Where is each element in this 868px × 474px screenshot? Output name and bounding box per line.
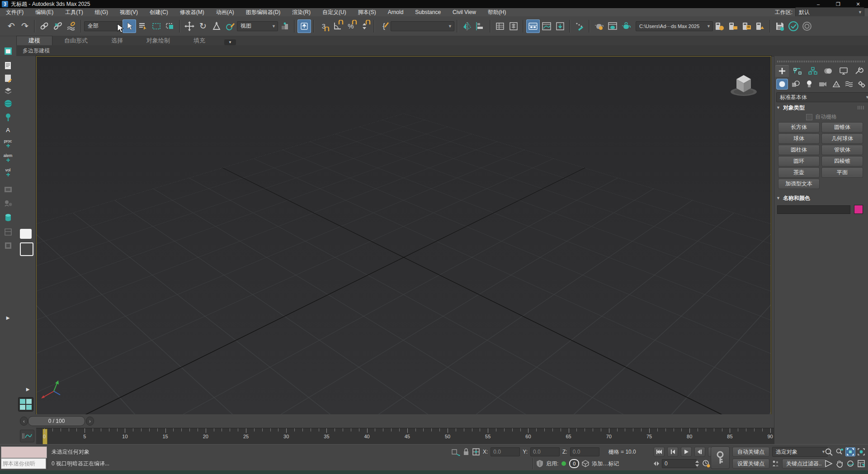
field-of-view-button[interactable]: [824, 459, 834, 468]
maxscript-mini-listener-macro[interactable]: [1, 446, 47, 458]
rectangular-selection-region-button[interactable]: [150, 19, 163, 33]
play-animation-button[interactable]: [681, 447, 692, 457]
menu-civil-view[interactable]: Civil View: [447, 8, 482, 16]
shading-shield-icon[interactable]: [536, 460, 543, 468]
disabled-tool-icon[interactable]: [2, 226, 14, 238]
menu-arnold[interactable]: Arnold: [382, 8, 410, 16]
ribbon-tab-populate[interactable]: 填充: [182, 36, 217, 45]
ribbon-tab-freeform[interactable]: 自由形式: [52, 36, 99, 45]
schematic-view-button[interactable]: [553, 19, 567, 33]
menu-scripting[interactable]: 脚本(S): [352, 8, 382, 16]
y-coordinate-field[interactable]: 0.0: [530, 447, 560, 456]
menu-animation[interactable]: 动画(A): [210, 8, 240, 16]
mirror-button[interactable]: [460, 19, 474, 33]
unlink-selection-icon[interactable]: [51, 19, 65, 33]
menu-modifiers[interactable]: 修改器(M): [174, 8, 210, 16]
maximize-viewport-toggle[interactable]: [856, 459, 866, 468]
pan-view-button[interactable]: [835, 459, 844, 468]
new-script-icon[interactable]: [2, 60, 14, 71]
box-button[interactable]: 长方体: [778, 122, 820, 133]
toggle-scene-explorer-button[interactable]: [493, 19, 507, 33]
object-color-swatch[interactable]: [854, 205, 863, 214]
next-frame-button[interactable]: [694, 447, 705, 457]
motion-tab[interactable]: [821, 65, 835, 77]
previous-frame-button[interactable]: [667, 447, 678, 457]
explorer-window-icon[interactable]: [2, 45, 14, 57]
spinner-snap-toggle-button[interactable]: [358, 19, 371, 33]
go-to-start-button[interactable]: [654, 447, 665, 457]
previous-frame-arrow[interactable]: ‹: [20, 417, 28, 426]
name-color-rollout-header[interactable]: ▼ 名称和颜色: [776, 194, 866, 202]
edit-named-selection-sets-button[interactable]: {: [377, 19, 391, 33]
open-file-button[interactable]: [726, 19, 740, 33]
object-name-field[interactable]: [777, 205, 850, 214]
pin-tool-icon[interactable]: [2, 111, 14, 123]
select-and-move-button[interactable]: [183, 19, 196, 33]
key-mode-toggle-icon[interactable]: [654, 461, 659, 466]
curve-editor-button[interactable]: [540, 19, 553, 33]
space-warps-category-button[interactable]: [843, 79, 855, 90]
script-proc-icon[interactable]: proc: [2, 137, 14, 149]
named-selection-sets-dropdown[interactable]: ▼: [391, 21, 454, 31]
textplus-button[interactable]: 加强型文本: [778, 179, 820, 189]
lights-category-button[interactable]: [803, 79, 815, 90]
isolate-selection-icon[interactable]: [451, 448, 460, 456]
cylinder-tool-icon[interactable]: [2, 212, 14, 223]
arnold-render-button[interactable]: [800, 19, 814, 33]
current-frame-field[interactable]: 0: [662, 459, 697, 468]
select-and-manipulate-button[interactable]: [297, 19, 311, 33]
zoom-all-button[interactable]: [835, 447, 844, 456]
toggle-ribbon-button[interactable]: [526, 19, 540, 33]
angle-snap-toggle-button[interactable]: [330, 19, 344, 33]
next-frame-arrow[interactable]: ›: [86, 417, 94, 426]
select-by-name-button[interactable]: [136, 19, 150, 33]
create-tab[interactable]: [775, 65, 789, 77]
autogrid-checkbox[interactable]: [806, 114, 812, 120]
object-category-dropdown[interactable]: 标准基本体▼: [776, 92, 868, 102]
z-coordinate-field[interactable]: 0.0: [570, 447, 599, 456]
script-vol-icon[interactable]: vol: [2, 166, 14, 178]
layout-tab-alt[interactable]: [20, 242, 33, 256]
menu-tools[interactable]: 工具(T): [59, 8, 89, 16]
disabled-tool-icon[interactable]: [2, 184, 14, 195]
reference-coordinate-dropdown[interactable]: 视图▼: [237, 21, 278, 31]
menu-rendering[interactable]: 渲染(R): [286, 8, 316, 16]
menu-create[interactable]: 创建(C): [144, 8, 174, 16]
key-mode-dropdown[interactable]: 选定对象▼: [772, 447, 828, 457]
menu-graph-editors[interactable]: 图形编辑器(D): [240, 8, 287, 16]
sphere-button[interactable]: 球体: [778, 133, 820, 144]
use-pivot-point-center-button[interactable]: [278, 19, 292, 33]
geosphere-button[interactable]: 几何球体: [821, 133, 863, 144]
helpers-category-button[interactable]: [830, 79, 842, 90]
ribbon-panel-polygon-modeling[interactable]: 多边形建模: [16, 47, 50, 55]
frame-counter-pill[interactable]: 0 / 100: [28, 416, 85, 426]
toggle-layer-explorer-button[interactable]: [507, 19, 520, 33]
menu-customize[interactable]: 自定义(U): [316, 8, 352, 16]
mini-curve-editor-button[interactable]: [20, 430, 34, 442]
zoom-button[interactable]: [824, 447, 834, 456]
redo-button[interactable]: ↷: [18, 19, 32, 33]
ribbon-minimize-button[interactable]: ▼: [224, 39, 236, 45]
cameras-category-button[interactable]: [817, 79, 829, 90]
open-script-icon[interactable]: [2, 72, 14, 84]
expand-toolbar-arrow[interactable]: ▶: [2, 312, 14, 324]
menu-views[interactable]: 视图(V): [114, 8, 144, 16]
menu-group[interactable]: 组(G): [89, 8, 114, 16]
menu-substance[interactable]: Substance: [409, 8, 447, 16]
maxscript-mini-listener-input[interactable]: 脚本迷你侦听: [1, 458, 46, 469]
frame-spinner[interactable]: [695, 460, 699, 467]
plane-button[interactable]: 平面: [821, 167, 863, 178]
ribbon-tab-object-paint[interactable]: 对象绘制: [135, 36, 182, 45]
viewcube[interactable]: [726, 69, 761, 99]
save-file-button[interactable]: [740, 19, 754, 33]
absolute-mode-icon[interactable]: [472, 448, 480, 456]
project-folder-dropdown[interactable]: C:\Users\Ad···ds Max 2025▼: [636, 21, 713, 31]
teapot-button[interactable]: 茶壶: [778, 167, 820, 178]
menu-help[interactable]: 帮助(H): [482, 8, 512, 16]
cylinder-button[interactable]: 圆柱体: [778, 145, 820, 155]
script-a-icon[interactable]: A: [2, 124, 14, 136]
key-filters-button[interactable]: 关键点过滤器..: [782, 459, 826, 469]
disabled-tool-icon[interactable]: [2, 197, 14, 209]
pyramid-button[interactable]: 四棱锥: [821, 156, 863, 166]
disabled-tool-icon[interactable]: [2, 240, 14, 251]
